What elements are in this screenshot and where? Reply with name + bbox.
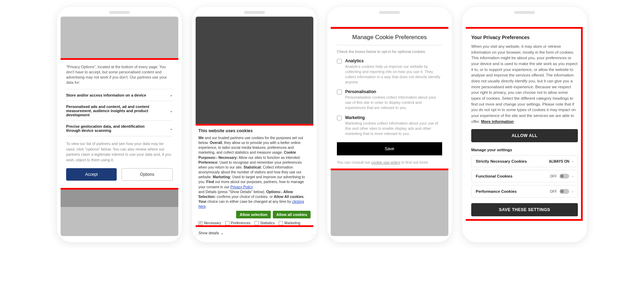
highlight-rectangle — [466, 27, 583, 221]
phone-mockup-4: Your Privacy Preferences When you visit … — [462, 7, 587, 242]
phone-mockup-2: This website uses cookies We and our tru… — [192, 7, 317, 242]
phone-screen-4: Your Privacy Preferences When you visit … — [466, 17, 583, 236]
top-bar — [331, 17, 448, 27]
phone-screen-1: "Privacy Options", located at the bottom… — [61, 17, 178, 236]
phone-mockup-3: Manage Cookie Preferences Check the boxe… — [327, 7, 452, 242]
highlight-rectangle — [61, 58, 178, 190]
show-details-button[interactable]: Show details⌄ — [198, 230, 224, 235]
speaker-icon — [109, 11, 130, 14]
phone-screen-3: Manage Cookie Preferences Check the boxe… — [331, 17, 448, 236]
chevron-down-icon: ⌄ — [221, 230, 224, 235]
speaker-icon — [514, 11, 535, 14]
phone-mockup-1: "Privacy Options", located at the bottom… — [57, 7, 182, 242]
phone-screen-2: This website uses cookies We and our tru… — [196, 17, 313, 236]
highlight-rectangle — [196, 124, 313, 227]
speaker-icon — [379, 11, 400, 14]
speaker-icon — [244, 11, 265, 14]
highlight-rectangle — [331, 27, 448, 170]
